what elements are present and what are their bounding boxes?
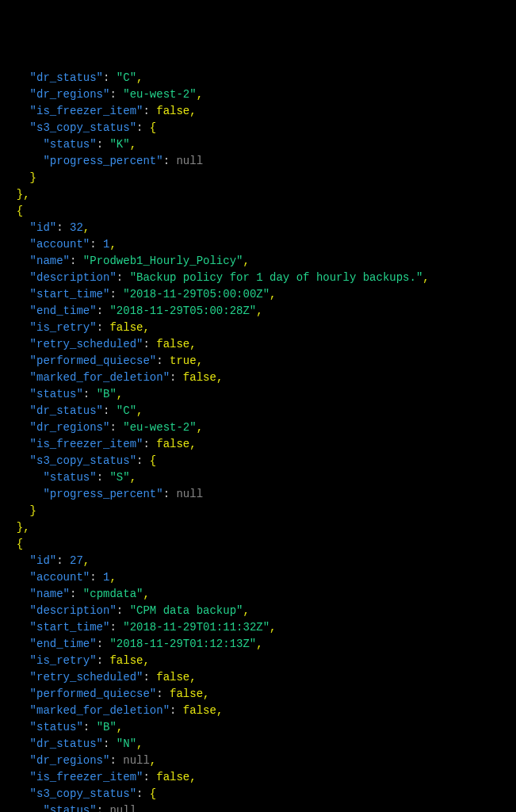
terminal-output: "dr_status": "C", "dr_regions": "eu-west… <box>3 70 513 812</box>
